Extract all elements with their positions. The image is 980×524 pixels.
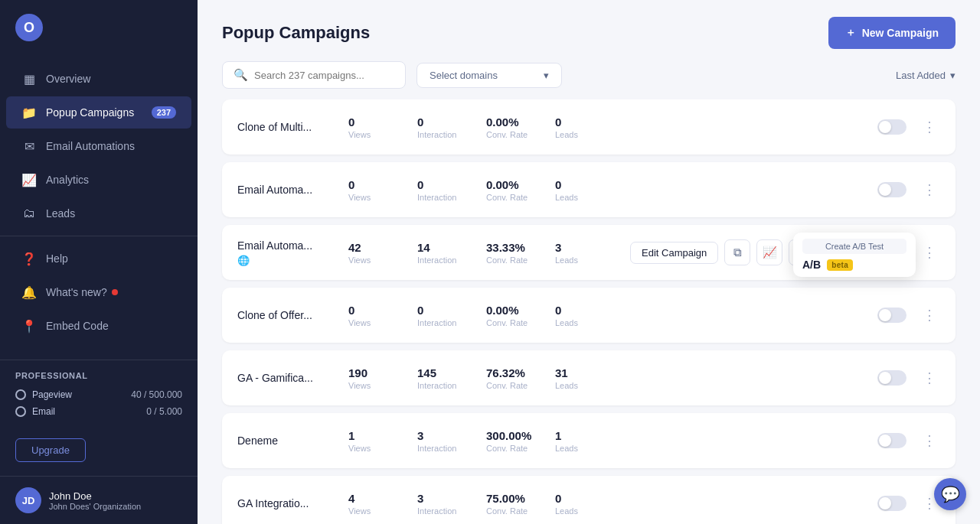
edit-campaign-button[interactable]: Edit Campaign bbox=[630, 242, 718, 264]
interaction-label: Interaction bbox=[417, 444, 456, 453]
sidebar-item-whats-new[interactable]: 🔔 What's new? bbox=[6, 276, 191, 308]
toggle-switch[interactable] bbox=[877, 308, 906, 323]
stat-leads: 0 Leads bbox=[555, 116, 624, 139]
leads-value: 3 bbox=[555, 241, 561, 254]
interaction-value: 0 bbox=[417, 304, 423, 317]
table-row: GA - Gamifica... 190 Views 145 Interacti… bbox=[222, 350, 956, 405]
stat-interaction: 0 Interaction bbox=[417, 116, 486, 139]
interaction-label: Interaction bbox=[417, 255, 456, 265]
chat-button[interactable]: 💬 bbox=[934, 478, 966, 510]
more-options-button[interactable]: ⋮ bbox=[919, 242, 940, 263]
interaction-value: 0 bbox=[417, 178, 423, 191]
stat-interaction: 0 Interaction bbox=[417, 178, 486, 202]
interaction-value: 3 bbox=[417, 492, 423, 505]
sidebar-item-analytics[interactable]: 📈 Analytics bbox=[6, 164, 191, 196]
views-value: 190 bbox=[348, 366, 368, 379]
campaign-name: Email Automa... bbox=[237, 184, 348, 196]
row-actions: Edit Campaign ⧉ 📈 ⧉ bbox=[630, 239, 815, 265]
conv-rate-value: 75.00% bbox=[486, 492, 525, 505]
nav-icon-email-automations: ✉ bbox=[21, 138, 37, 154]
toggle-switch[interactable] bbox=[877, 182, 906, 197]
app-logo-icon: O bbox=[15, 14, 43, 41]
nav-icon-embed-code: 📍 bbox=[21, 318, 37, 334]
sidebar-item-label: Email Automations bbox=[46, 140, 135, 152]
stat-conv-rate: 0.00% Conv. Rate bbox=[486, 116, 555, 139]
conv-rate-label: Conv. Rate bbox=[486, 381, 528, 390]
nav-icon-help: ❓ bbox=[21, 251, 37, 266]
nav-icon-overview: ▦ bbox=[21, 71, 37, 86]
views-value: 42 bbox=[348, 241, 361, 254]
more-options-button[interactable]: ⋮ bbox=[919, 430, 940, 451]
views-value: 1 bbox=[348, 429, 354, 442]
campaign-list: Clone of Multi... 0 Views 0 Interaction … bbox=[198, 99, 980, 524]
stat-leads: 3 Leads bbox=[555, 241, 624, 265]
preview-icon: ⧉ bbox=[733, 246, 742, 259]
toggle-switch[interactable] bbox=[877, 433, 906, 448]
professional-section: Professional Pageview 40 / 500.000 Email… bbox=[0, 360, 198, 431]
more-options-button[interactable]: ⋮ bbox=[919, 179, 940, 200]
ab-tooltip-label: Create A/B Test bbox=[802, 239, 906, 254]
campaign-name: Clone of Multi... bbox=[237, 121, 348, 133]
prof-circle-pageview bbox=[15, 389, 26, 400]
ab-label[interactable]: A/B bbox=[802, 259, 821, 271]
table-row: Email Automa... 🌐 42 Views 14 Interactio… bbox=[222, 225, 956, 280]
analytics-button[interactable]: 📈 bbox=[756, 239, 782, 265]
sidebar-item-overview[interactable]: ▦ Overview bbox=[6, 63, 191, 95]
stat-leads: 31 Leads bbox=[555, 366, 624, 390]
user-org: John Does' Organization bbox=[49, 502, 141, 511]
nav-icon-popup-campaigns: 📁 bbox=[21, 105, 37, 120]
views-label: Views bbox=[348, 506, 371, 516]
stat-conv-rate: 0.00% Conv. Rate bbox=[486, 178, 555, 202]
stat-views: 1 Views bbox=[348, 429, 417, 453]
nav-icon-analytics: 📈 bbox=[21, 172, 37, 187]
leads-value: 0 bbox=[555, 178, 561, 191]
prof-label-pageview: Pageview bbox=[32, 389, 72, 400]
views-value: 4 bbox=[348, 492, 354, 505]
views-value: 0 bbox=[348, 116, 354, 129]
sidebar-item-popup-campaigns[interactable]: 📁 Popup Campaigns237 bbox=[6, 96, 191, 129]
world-icon: 🌐 bbox=[237, 255, 348, 266]
conv-rate-value: 0.00% bbox=[486, 304, 519, 317]
prof-row-pageview: Pageview 40 / 500.000 bbox=[15, 389, 182, 400]
stat-interaction: 145 Interaction bbox=[417, 366, 486, 390]
sidebar-item-label: Embed Code bbox=[46, 320, 109, 332]
sidebar-logo: O bbox=[0, 0, 198, 55]
toggle-switch[interactable] bbox=[877, 119, 906, 135]
views-value: 0 bbox=[348, 304, 354, 317]
leads-label: Leads bbox=[555, 381, 578, 390]
new-campaign-button[interactable]: ＋ New Campaign bbox=[828, 17, 956, 49]
views-value: 0 bbox=[348, 178, 354, 191]
toolbar: 🔍 Select domains ▾ Last Added ▾ bbox=[198, 61, 980, 99]
sidebar-item-label: Popup Campaigns bbox=[46, 106, 134, 119]
toggle-switch[interactable] bbox=[877, 496, 906, 511]
prof-value-pageview: 40 / 500.000 bbox=[131, 389, 182, 400]
sidebar-item-leads[interactable]: 🗂 Leads bbox=[6, 197, 191, 229]
stat-views: 0 Views bbox=[348, 178, 417, 202]
search-input[interactable] bbox=[254, 70, 394, 81]
notification-dot bbox=[112, 289, 118, 295]
sidebar-item-embed-code[interactable]: 📍 Embed Code bbox=[6, 310, 191, 342]
interaction-label: Interaction bbox=[417, 318, 456, 327]
sidebar-item-help[interactable]: ❓ Help bbox=[6, 242, 191, 275]
stat-interaction: 0 Interaction bbox=[417, 304, 486, 327]
more-options-button[interactable]: ⋮ bbox=[919, 304, 940, 326]
chevron-down-icon: ▾ bbox=[950, 70, 956, 81]
upgrade-button[interactable]: Upgrade bbox=[15, 438, 86, 462]
prof-value-email: 0 / 5.000 bbox=[146, 406, 182, 417]
leads-label: Leads bbox=[555, 318, 578, 327]
domain-select[interactable]: Select domains ▾ bbox=[416, 63, 562, 88]
interaction-value: 145 bbox=[417, 366, 436, 379]
preview-button[interactable]: ⧉ bbox=[724, 239, 750, 265]
more-options-button[interactable]: ⋮ bbox=[919, 367, 940, 389]
stat-leads: 0 Leads bbox=[555, 304, 624, 327]
campaign-name-container: GA - Gamifica... bbox=[237, 372, 348, 384]
sort-select[interactable]: Last Added ▾ bbox=[896, 70, 956, 81]
sidebar-item-label: Leads bbox=[46, 207, 75, 220]
more-options-button[interactable]: ⋮ bbox=[919, 116, 940, 138]
stat-conv-rate: 0.00% Conv. Rate bbox=[486, 304, 555, 327]
sidebar-item-email-automations[interactable]: ✉ Email Automations bbox=[6, 130, 191, 162]
stat-conv-rate: 76.32% Conv. Rate bbox=[486, 366, 555, 390]
toggle-switch[interactable] bbox=[877, 370, 906, 386]
sort-label: Last Added bbox=[896, 70, 946, 81]
page-title: Popup Campaigns bbox=[222, 23, 370, 43]
